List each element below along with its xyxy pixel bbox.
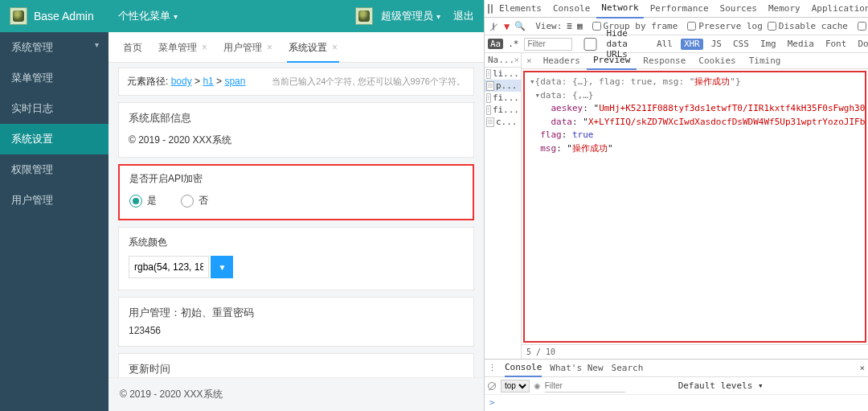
levels-select[interactable]: Default levels ▾ [678, 380, 764, 391]
tab-menu[interactable]: 菜单管理× [150, 32, 215, 63]
preserve-log[interactable]: Preserve log [687, 21, 762, 31]
type-font[interactable]: Font [822, 39, 850, 50]
drawer-search[interactable]: Search [612, 363, 644, 373]
filter-icon[interactable]: ▼ [504, 21, 510, 32]
sidebar-item-settings[interactable]: 系统设置 [0, 124, 108, 154]
color-input[interactable] [129, 256, 209, 278]
brand: Base Admin [34, 10, 94, 23]
request-row[interactable]: fi... [485, 92, 521, 104]
names-header[interactable]: Na... [485, 53, 521, 68]
char-hint: 当前已输入24个字符, 您还可以输入9976个字符。 [272, 76, 465, 88]
file-icon [486, 93, 491, 103]
type-css[interactable]: CSS [730, 39, 752, 50]
context-select[interactable]: top [501, 380, 530, 393]
personalize-menu[interactable]: 个性化菜单 [118, 9, 178, 23]
request-row[interactable]: fi... [485, 104, 521, 116]
type-xhr[interactable]: XHR [681, 39, 703, 50]
dt-tab-sources[interactable]: Sources [715, 0, 762, 18]
view-list-icon[interactable]: ≣ [567, 21, 572, 31]
avatar[interactable] [355, 7, 373, 25]
logo-icon [10, 7, 27, 25]
request-row[interactable]: p... [485, 80, 521, 92]
sidebar-item-perm[interactable]: 权限管理 [0, 154, 108, 185]
pwd-value: 123456 [119, 325, 473, 346]
close-icon[interactable]: × [332, 32, 338, 63]
dt-tab-console[interactable]: Console [548, 0, 595, 18]
dt-tab-performance[interactable]: Performance [645, 0, 714, 18]
drawer-whatsnew[interactable]: What's New [550, 363, 603, 373]
type-js[interactable]: JS [708, 39, 725, 50]
dt-tab-network[interactable]: Network [596, 0, 643, 18]
updated-label: 更新时间 [119, 354, 473, 377]
filter-input[interactable] [524, 38, 572, 51]
tab-user[interactable]: 用户管理× [215, 32, 280, 63]
device-icon[interactable] [491, 4, 493, 14]
topbar: Base Admin 个性化菜单 超级管理员 退出 [0, 0, 484, 32]
disable-cache[interactable]: Disable cache [768, 21, 848, 31]
path-panel: 元素路径: body > h1 > span 当前已输入24个字符, 您还可以输… [118, 68, 474, 96]
type-doc[interactable]: Doc [854, 39, 868, 50]
regex-icon[interactable]: .* [508, 39, 518, 49]
type-img[interactable]: Img [757, 39, 780, 50]
sidebar-item-log[interactable]: 实时日志 [0, 93, 108, 124]
inspect-icon[interactable] [488, 4, 489, 14]
eye-icon[interactable]: ◉ [534, 380, 540, 391]
subtab-cookies[interactable]: Cookies [692, 53, 742, 69]
api-encrypt-label: 是否开启API加密 [129, 172, 463, 186]
console-filter-input[interactable] [545, 380, 625, 393]
subtab-headers[interactable]: Headers [537, 53, 587, 69]
page-footer: © 2019 - 2020 XXX系统 [108, 377, 484, 411]
request-row[interactable]: li... [485, 68, 521, 80]
tab-home[interactable]: 首页 [115, 32, 150, 63]
footer-info-label: 系统底部信息 [119, 103, 473, 130]
close-detail-icon[interactable]: × [522, 55, 537, 66]
subtab-timing[interactable]: Timing [743, 53, 788, 69]
path-h1[interactable]: h1 [203, 76, 213, 87]
console-drawer-icon[interactable]: ⋮ [488, 363, 497, 373]
dt-tab-elements[interactable]: Elements [494, 0, 547, 18]
sidebar-item-user[interactable]: 用户管理 [0, 185, 108, 216]
devtools: Elements Console Network Performance Sou… [484, 0, 868, 411]
footer-info-value: © 2019 - 2020 XXX系统 [119, 130, 473, 157]
color-label: 系统颜色 [129, 236, 464, 249]
radio-yes[interactable]: 是 [129, 194, 157, 208]
tabs: 首页 菜单管理× 用户管理× 系统设置× [108, 32, 484, 63]
drawer-close-icon[interactable]: × [859, 363, 865, 373]
sidebar-item-menu[interactable]: 菜单管理 [0, 63, 108, 93]
radio-on-icon [129, 195, 142, 208]
close-icon[interactable]: × [267, 32, 272, 63]
subtab-response[interactable]: Response [637, 53, 692, 69]
sidebar: 系统管理 菜单管理 实时日志 系统设置 权限管理 用户管理 [0, 32, 108, 411]
path-body[interactable]: body [171, 76, 192, 87]
console-prompt[interactable]: > [485, 395, 868, 411]
logout-link[interactable]: 退出 [453, 9, 474, 23]
tab-settings[interactable]: 系统设置× [280, 32, 346, 63]
file-icon [486, 117, 494, 127]
sidebar-item-system[interactable]: 系统管理 [0, 32, 108, 63]
clear-icon[interactable] [493, 23, 494, 31]
search-icon[interactable]: 🔍 [514, 21, 526, 31]
user-menu[interactable]: 超级管理员 [381, 9, 440, 23]
drawer-console[interactable]: Console [505, 360, 542, 377]
color-picker-button[interactable]: ▼ [211, 256, 233, 278]
radio-no[interactable]: 否 [181, 194, 208, 208]
close-icon[interactable]: × [202, 32, 207, 63]
file-icon [486, 81, 494, 91]
pwd-label: 用户管理：初始、重置密码 [119, 298, 473, 325]
radio-off-icon [181, 195, 194, 208]
type-media[interactable]: Media [784, 39, 817, 50]
dt-tab-memory[interactable]: Memory [764, 0, 805, 18]
api-encrypt-block: 是否开启API加密 是 否 [118, 164, 474, 220]
subtab-preview[interactable]: Preview [587, 52, 637, 70]
file-icon [486, 69, 491, 79]
path-span[interactable]: span [224, 76, 245, 87]
console-clear-icon[interactable] [488, 382, 496, 390]
dt-tab-application[interactable]: Application [807, 0, 868, 18]
offline[interactable]: Offline [858, 21, 868, 31]
file-icon [486, 105, 491, 115]
match-case-icon[interactable]: Aa [488, 39, 503, 49]
request-row[interactable]: c... [485, 116, 521, 128]
request-count: 5 / 10 [522, 344, 868, 359]
type-all[interactable]: All [653, 39, 676, 50]
preview-body[interactable]: ▾{data: {…}, flag: true, msg: "操作成功"} ▾d… [523, 71, 866, 343]
